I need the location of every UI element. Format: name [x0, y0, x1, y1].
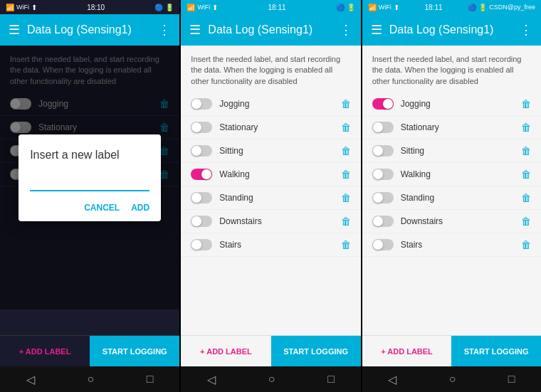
toggle-stairs-3[interactable] — [191, 239, 212, 250]
start-logging-button-1[interactable]: START LOGGING — [90, 336, 179, 366]
start-logging-button-2[interactable]: START LOGGING — [271, 336, 361, 366]
label-item-stairs-4: Stairs🗑 — [362, 233, 541, 257]
home-button-1[interactable]: ○ — [87, 373, 94, 386]
cancel-button[interactable]: CANCEL — [84, 203, 120, 213]
app-title-1: Data Log (Sensing1) — [27, 23, 151, 36]
label-item-standing-4: Standing🗑 — [362, 186, 541, 210]
add-label-button-3[interactable]: + ADD LABEL — [362, 336, 452, 366]
bt-icon-2: 🔵 — [336, 4, 345, 11]
content-area-2: Insert the needed label, and start recor… — [181, 46, 360, 335]
label-item-sitting-3: Sitting🗑 — [181, 139, 360, 163]
delete-icon-stationary-4[interactable]: 🗑 — [521, 122, 531, 133]
signal-icon-1: 📶 — [6, 4, 14, 11]
recent-button-3[interactable]: □ — [508, 373, 515, 386]
status-bar-2: 📶 WiFi ⬆ 18:11 🔵 🔋 — [181, 0, 360, 14]
recent-button-1[interactable]: □ — [147, 373, 154, 386]
menu-icon-2[interactable]: ☰ — [189, 22, 201, 38]
toggle-stationary-4[interactable] — [372, 122, 394, 133]
battery-icon-2: 🔋 — [347, 4, 355, 11]
more-options-icon-2[interactable]: ⋮ — [340, 22, 352, 38]
nav-bar-2: ◁ ○ □ — [181, 366, 360, 392]
delete-icon-standing-4[interactable]: 🗑 — [521, 192, 531, 203]
delete-icon-stairs-3[interactable]: 🗑 — [341, 239, 351, 250]
more-options-icon-3[interactable]: ⋮ — [520, 22, 532, 38]
delete-icon-downstairs-4[interactable]: 🗑 — [521, 216, 531, 227]
home-button-2[interactable]: ○ — [268, 373, 275, 386]
toggle-sitting-3[interactable] — [191, 145, 212, 157]
toggle-jogging-3[interactable] — [191, 98, 212, 110]
wifi-label-3: WiFi — [379, 4, 392, 11]
modal-title-1: Insert a new label — [30, 149, 149, 161]
wifi-icon-1: WiFi — [16, 4, 29, 11]
add-label-button-2[interactable]: + ADD LABEL — [181, 336, 270, 366]
wifi-label-2: WiFi — [197, 4, 210, 11]
add-button[interactable]: ADD — [131, 203, 149, 213]
bottom-bar-3: + ADD LABEL START LOGGING — [362, 335, 541, 366]
toggle-stationary-3[interactable] — [191, 122, 212, 133]
status-bar-3: 📶 WiFi ⬆ 18:11 🔵 🔋 CSDN@py_free — [362, 0, 541, 14]
upload-icon-2: ⬆ — [212, 4, 218, 11]
label-name-downstairs-3: Downstairs — [219, 216, 340, 226]
label-item-sitting-4: Sitting🗑 — [362, 139, 541, 163]
instruction-text-2: Insert the needed label, and start recor… — [181, 46, 360, 92]
toggle-walking-4[interactable] — [372, 169, 394, 180]
toggle-sitting-4[interactable] — [372, 145, 394, 157]
back-button-3[interactable]: ◁ — [388, 373, 396, 386]
label-item-stationary-4: Stationary🗑 — [362, 116, 541, 139]
delete-icon-downstairs-3[interactable]: 🗑 — [341, 216, 351, 227]
top-bar-3: ☰ Data Log (Sensing1) ⋮ — [362, 14, 541, 46]
toggle-downstairs-3[interactable] — [191, 216, 212, 227]
app-title-3: Data Log (Sensing1) — [389, 23, 513, 36]
start-logging-button-3[interactable]: START LOGGING — [451, 336, 541, 366]
delete-icon-stairs-4[interactable]: 🗑 — [521, 239, 531, 250]
label-name-walking-3: Walking — [219, 169, 340, 179]
delete-icon-sitting-3[interactable]: 🗑 — [341, 145, 351, 157]
csdn-label: CSDN@py_free — [489, 4, 535, 11]
toggle-walking-3[interactable] — [191, 169, 212, 180]
status-left-1: 📶 WiFi ⬆ — [6, 4, 37, 11]
toggle-downstairs-4[interactable] — [372, 216, 394, 227]
label-name-stairs-3: Stairs — [219, 240, 340, 250]
toggle-standing-3[interactable] — [191, 192, 212, 203]
delete-icon-walking-4[interactable]: 🗑 — [521, 169, 531, 180]
status-bar-1: 📶 WiFi ⬆ 18:10 🔵 🔋 — [0, 0, 179, 14]
delete-icon-sitting-4[interactable]: 🗑 — [521, 145, 531, 157]
label-item-walking-3: Walking🗑 — [181, 163, 360, 186]
modal-actions: CANCEL ADD — [30, 203, 149, 213]
menu-icon-3[interactable]: ☰ — [371, 22, 382, 38]
delete-icon-walking-3[interactable]: 🗑 — [341, 169, 351, 180]
back-button-1[interactable]: ◁ — [26, 373, 35, 386]
top-bar-1: ☰ Data Log (Sensing1) ⋮ — [0, 14, 179, 46]
nav-bar-1: ◁ ○ □ — [0, 366, 179, 392]
app-title-2: Data Log (Sensing1) — [208, 23, 332, 36]
battery-icon-1: 🔋 — [165, 4, 174, 11]
menu-icon-1[interactable]: ☰ — [9, 22, 20, 38]
label-item-jogging-3: Jogging🗑 — [181, 92, 360, 116]
toggle-stairs-4[interactable] — [372, 239, 394, 250]
upload-icon-1: ⬆ — [31, 4, 37, 11]
more-options-icon-1[interactable]: ⋮ — [158, 22, 171, 38]
delete-icon-stationary-3[interactable]: 🗑 — [341, 122, 351, 133]
status-left-2: 📶 WiFi ⬆ — [187, 4, 218, 11]
delete-icon-jogging-4[interactable]: 🗑 — [521, 98, 531, 110]
delete-icon-standing-3[interactable]: 🗑 — [341, 192, 351, 203]
label-name-standing-3: Standing — [219, 193, 340, 203]
toggle-jogging-4[interactable] — [372, 98, 394, 110]
status-right-1: 🔵 🔋 — [154, 4, 174, 11]
label-list-2: Jogging🗑Stationary🗑Sitting🗑Walking🗑Stand… — [181, 92, 360, 257]
toggle-standing-4[interactable] — [372, 192, 394, 203]
time-1: 18:10 — [87, 4, 105, 11]
delete-icon-jogging-3[interactable]: 🗑 — [341, 98, 351, 110]
add-label-button-1[interactable]: + ADD LABEL — [0, 336, 90, 366]
signal-icon-2: 📶 — [187, 4, 195, 11]
bottom-bar-1: + ADD LABEL START LOGGING — [0, 335, 179, 366]
modal-overlay-1: Insert a new label CANCEL ADD — [0, 46, 179, 309]
back-button-2[interactable]: ◁ — [207, 373, 216, 386]
status-right-2: 🔵 🔋 — [336, 4, 355, 11]
new-label-input[interactable] — [30, 173, 149, 191]
recent-button-2[interactable]: □ — [327, 373, 335, 386]
label-item-downstairs-3: Downstairs🗑 — [181, 210, 360, 233]
label-list-3: Jogging🗑Stationary🗑Sitting🗑Walking🗑Stand… — [362, 92, 541, 257]
home-button-3[interactable]: ○ — [449, 373, 456, 386]
time-2: 18:11 — [268, 4, 286, 11]
